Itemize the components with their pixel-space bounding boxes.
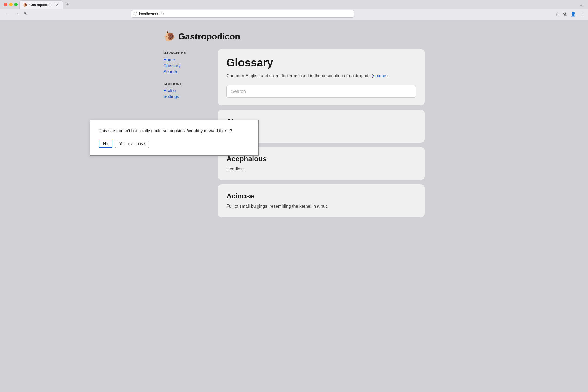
- nav-link-profile[interactable]: Profile: [163, 88, 207, 93]
- tab-favicon: 🐌: [23, 2, 27, 7]
- nav-links: Home Glossary Search: [163, 57, 207, 74]
- forward-button[interactable]: →: [13, 11, 20, 17]
- glossary-header-card: Glossary Common English and scientific t…: [218, 49, 425, 105]
- cookie-yes-button[interactable]: Yes, love those: [115, 140, 149, 148]
- account-section-label: ACCOUNT: [163, 82, 207, 86]
- profile-icon[interactable]: 👤: [571, 11, 576, 17]
- back-button[interactable]: ←: [4, 11, 11, 17]
- tabs-bar: 🐌 Gastropodicon ✕ + ⌄: [0, 0, 588, 9]
- site-title: Gastropodicon: [178, 32, 240, 42]
- cookie-no-button[interactable]: No: [99, 140, 112, 148]
- nav-link-search[interactable]: Search: [163, 69, 207, 74]
- site-logo: 🐌: [163, 31, 176, 42]
- description-text-before: Common English and scientific terms used…: [226, 74, 373, 78]
- url-display: localhost:8080: [139, 12, 351, 16]
- source-link[interactable]: source: [373, 74, 386, 78]
- nav-link-home[interactable]: Home: [163, 57, 207, 62]
- site-header: 🐌 Gastropodicon: [163, 28, 425, 48]
- browser-tab[interactable]: 🐌 Gastropodicon ✕: [19, 0, 63, 9]
- glossary-title: Glossary: [226, 57, 416, 69]
- nav-link-settings[interactable]: Settings: [163, 94, 207, 99]
- term-def-1: Headless.: [226, 166, 416, 172]
- tab-title: Gastropodicon: [29, 3, 53, 7]
- page-body: 🐌 Gastropodicon NAVIGATION Home Glossary…: [0, 20, 588, 390]
- cookie-dialog: This site doesn't but totally could set …: [90, 120, 259, 156]
- cookie-buttons: No Yes, love those: [99, 140, 250, 148]
- close-button[interactable]: [4, 3, 7, 6]
- bookmark-icon[interactable]: ☆: [555, 11, 559, 17]
- browser-chrome: 🐌 Gastropodicon ✕ + ⌄ ← → ↻ ⓘ localhost:…: [0, 0, 588, 20]
- term-title-2: Acinose: [226, 192, 416, 200]
- nav-section-label: NAVIGATION: [163, 51, 207, 55]
- labs-icon[interactable]: ⚗: [563, 11, 567, 17]
- traffic-lights: [4, 3, 18, 6]
- cookie-message: This site doesn't but totally could set …: [99, 128, 250, 134]
- new-tab-button[interactable]: +: [64, 1, 71, 8]
- nav-link-glossary[interactable]: Glossary: [163, 63, 207, 68]
- description-text-after: ).: [386, 74, 389, 78]
- tab-menu-button[interactable]: ⌄: [579, 2, 583, 7]
- menu-icon[interactable]: ⋮: [580, 11, 584, 17]
- account-links: Profile Settings: [163, 88, 207, 99]
- browser-toolbar: ← → ↻ ⓘ localhost:8080 ☆ ⚗ 👤 ⋮: [0, 9, 588, 20]
- address-bar[interactable]: ⓘ localhost:8080: [131, 10, 354, 18]
- toolbar-actions: ☆ ⚗ 👤 ⋮: [555, 11, 584, 17]
- term-title-1: Acephalous: [226, 155, 416, 163]
- term-card-acinose: Acinose Full of small bulgings; resembli…: [218, 184, 425, 217]
- minimize-button[interactable]: [9, 3, 13, 6]
- glossary-description: Common English and scientific terms used…: [226, 73, 416, 79]
- reload-button[interactable]: ↻: [23, 11, 29, 17]
- tab-close-button[interactable]: ✕: [55, 3, 59, 7]
- maximize-button[interactable]: [14, 3, 18, 6]
- term-def-2: Full of small bulgings; resembling the k…: [226, 203, 416, 210]
- search-input[interactable]: [226, 85, 416, 98]
- security-icon: ⓘ: [134, 11, 137, 16]
